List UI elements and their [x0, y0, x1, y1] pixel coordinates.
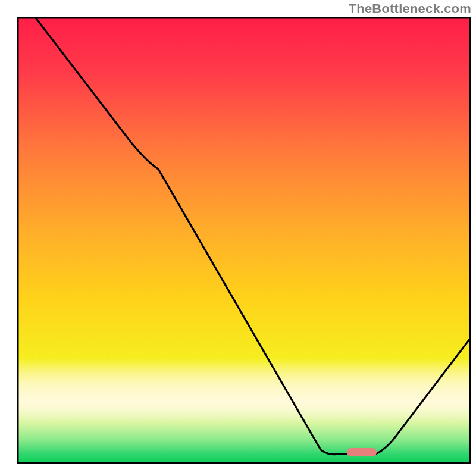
chart-container: TheBottleneck.com: [0, 0, 476, 476]
watermark-text: TheBottleneck.com: [349, 1, 471, 17]
cream-band: [18, 357, 470, 422]
bottleneck-chart: [0, 0, 476, 476]
optimal-marker: [347, 448, 377, 456]
